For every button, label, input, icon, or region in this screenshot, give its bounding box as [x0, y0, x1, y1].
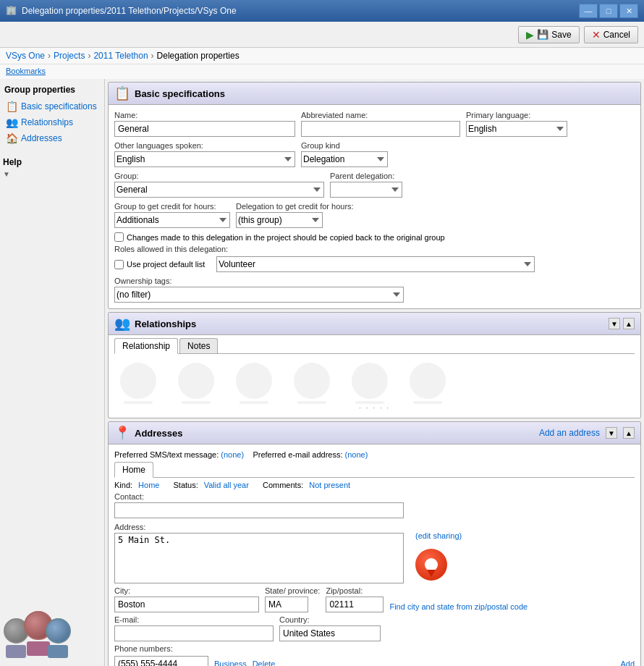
- phone-business-link[interactable]: Business: [214, 659, 247, 666]
- copy-back-checkbox[interactable]: [114, 232, 124, 242]
- addresses-header[interactable]: 📍 Addresses Add an address ▼ ▲: [109, 422, 640, 444]
- edit-sharing-link[interactable]: (edit sharing): [415, 530, 462, 540]
- maximize-button[interactable]: □: [599, 4, 618, 18]
- copy-back-label: Changes made to this delegation in the p…: [127, 233, 445, 242]
- tab-notes[interactable]: Notes: [179, 338, 218, 353]
- relationships-tab-content: · · · · ·: [114, 357, 635, 415]
- relationships-expand-btn[interactable]: ▲: [623, 318, 635, 329]
- country-input[interactable]: [279, 625, 381, 641]
- save-button[interactable]: ▶ 💾 Save: [518, 26, 579, 43]
- group-credit-label: Group to get credit for hours:: [114, 202, 230, 211]
- close-button[interactable]: ✕: [619, 4, 638, 18]
- cancel-button[interactable]: ✕ Cancel: [584, 26, 638, 43]
- delegation-credit-label: Delegation to get credit for hours:: [236, 202, 354, 211]
- map-icon[interactable]: [415, 549, 450, 583]
- group-kind-label: Group kind: [301, 141, 388, 150]
- breadcrumb-vsysone[interactable]: VSys One: [6, 51, 45, 61]
- parent-delegation-select[interactable]: General: [330, 182, 402, 198]
- address-tab-home[interactable]: Home: [114, 462, 153, 478]
- delegation-credit-group: Delegation to get credit for hours: (thi…: [236, 202, 354, 228]
- abbrev-label: Abbreviated name:: [301, 111, 460, 119]
- country-label: Country:: [279, 615, 381, 624]
- breadcrumb-telethon[interactable]: 2011 Telethon: [93, 51, 148, 61]
- email-label: E-mail:: [114, 615, 274, 624]
- add-address-link[interactable]: Add an address: [539, 428, 600, 438]
- addresses-expand-btn[interactable]: ▲: [623, 427, 635, 439]
- name-label: Name:: [114, 111, 295, 119]
- add-link-right-1[interactable]: Add: [620, 659, 635, 666]
- group-credit-group: Group to get credit for hours: Additiona…: [114, 202, 230, 228]
- save-disk-icon: 💾: [537, 29, 548, 40]
- parent-delegation-label: Parent delegation:: [330, 172, 402, 180]
- find-city-state-link[interactable]: Find city and state from zip/postal code: [389, 602, 528, 612]
- addresses-collapse-btn[interactable]: ▼: [606, 427, 617, 439]
- phone-input-1[interactable]: [114, 656, 208, 666]
- city-label: City:: [114, 586, 259, 595]
- delegation-credit-select[interactable]: (this group) Other: [236, 212, 323, 228]
- other-langs-select[interactable]: English Spanish: [114, 151, 295, 167]
- sidebar-item-relationships[interactable]: 👥 Relationships: [3, 115, 101, 130]
- save-go-icon: ▶: [526, 29, 534, 41]
- state-input[interactable]: [265, 597, 308, 612]
- name-input[interactable]: [114, 121, 295, 137]
- email-input[interactable]: [114, 625, 274, 641]
- relationships-icon: 👥: [6, 117, 18, 128]
- relationships-content: Relationship Notes: [109, 335, 640, 418]
- abbrev-group: Abbreviated name:: [301, 111, 460, 137]
- preferred-row: Preferred SMS/text message: (none) Prefe…: [114, 450, 635, 459]
- group-select[interactable]: General Other: [114, 182, 324, 198]
- minimize-button[interactable]: —: [579, 4, 598, 18]
- ownership-tags-select[interactable]: (no filter) Tag 1: [114, 287, 404, 303]
- phone-numbers-label: Phone numbers:: [114, 644, 635, 653]
- window-title: Delegation properties/2011 Telethon/Proj…: [22, 6, 579, 16]
- group-kind-select[interactable]: Delegation Standard: [301, 151, 388, 167]
- tab-relationship[interactable]: Relationship: [114, 338, 178, 354]
- email-country-row: E-mail: Country:: [114, 615, 635, 641]
- basic-specs-link[interactable]: Basic specifications: [21, 101, 97, 111]
- basic-specs-header[interactable]: 📋 Basic specifications: [109, 83, 640, 105]
- form-row-group-parent: Group: General Other Parent delegation: …: [114, 172, 635, 198]
- sidebar-item-basic-specs[interactable]: 📋 Basic specifications: [3, 99, 101, 114]
- status-value[interactable]: Valid all year: [204, 481, 249, 489]
- addresses-link[interactable]: Addresses: [21, 133, 62, 143]
- zip-input[interactable]: [326, 597, 384, 612]
- phone-delete-link[interactable]: Delete: [253, 659, 276, 666]
- address-tab-bar: Home: [114, 462, 635, 478]
- help-title: Help: [3, 157, 101, 167]
- relationships-link[interactable]: Relationships: [21, 117, 73, 127]
- breadcrumb-current: Delegation properties: [157, 51, 240, 61]
- relationships-collapse-btn[interactable]: ▼: [609, 318, 620, 329]
- status-label: Status:: [173, 481, 198, 489]
- form-row-lang-kind: Other languages spoken: English Spanish …: [114, 141, 635, 167]
- bookmarks-link[interactable]: Bookmarks: [6, 67, 46, 75]
- copy-back-row: Changes made to this delegation in the p…: [114, 232, 635, 242]
- address-field-row: Address: 5 Main St. (edit sharing): [114, 523, 635, 583]
- zip-group: Zip/postal:: [326, 586, 384, 612]
- other-langs-label: Other languages spoken:: [114, 141, 295, 150]
- contact-input[interactable]: [114, 502, 404, 518]
- roles-select[interactable]: Volunteer Staff: [216, 256, 535, 272]
- preferred-email-value[interactable]: (none): [345, 450, 368, 459]
- title-bar: 🏢 Delegation properties/2011 Telethon/Pr…: [0, 0, 644, 22]
- sidebar-item-addresses[interactable]: 🏠 Addresses: [3, 131, 101, 146]
- relationships-header[interactable]: 👥 Relationships ▼ ▲: [109, 313, 640, 335]
- kind-value[interactable]: Home: [138, 481, 159, 489]
- abbrev-input[interactable]: [301, 121, 460, 137]
- preferred-sms-value[interactable]: (none): [221, 450, 244, 459]
- scroll-dots: · · · · ·: [359, 404, 390, 412]
- addresses-panel: 📍 Addresses Add an address ▼ ▲ Preferred…: [108, 421, 641, 666]
- contact-label: Contact:: [114, 492, 635, 501]
- group-credit-select[interactable]: Additionals General: [114, 212, 230, 228]
- form-row-names: Name: Abbreviated name: Primary language…: [114, 111, 635, 137]
- address-textarea[interactable]: 5 Main St.: [114, 533, 404, 583]
- use-default-checkbox[interactable]: [114, 260, 124, 269]
- country-group: Country:: [279, 615, 381, 641]
- addresses-title: Addresses: [135, 428, 182, 439]
- breadcrumb-projects[interactable]: Projects: [54, 51, 85, 61]
- addresses-icon: 🏠: [6, 132, 18, 144]
- group-label: Group:: [114, 172, 324, 180]
- city-input[interactable]: [114, 597, 259, 612]
- comments-value[interactable]: Not present: [309, 481, 350, 489]
- content-area: 📋 Basic specifications Name: Abbreviated…: [105, 79, 644, 666]
- primary-lang-select[interactable]: English Spanish French: [466, 121, 567, 137]
